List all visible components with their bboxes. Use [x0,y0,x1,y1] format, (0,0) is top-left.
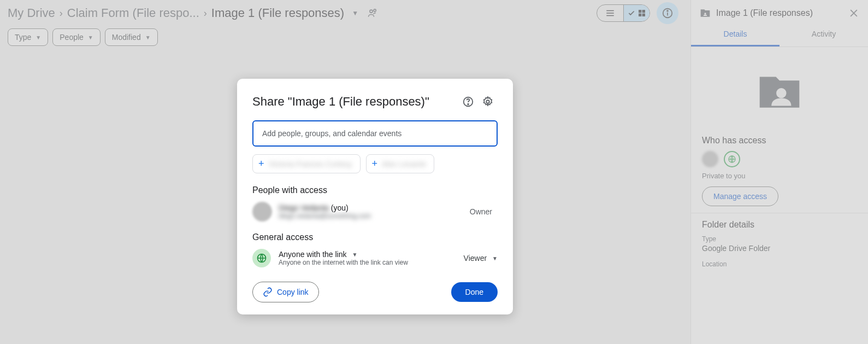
role-label: Viewer [464,254,487,263]
owner-info: Diego Vedanta (you) diego.vedanta@someth… [279,203,463,220]
general-access-sub: Anyone on the internet with the link can… [279,259,456,266]
general-access-info: Anyone with the link ▼ Anyone on the int… [279,250,456,266]
svg-point-19 [486,100,489,103]
general-access-dropdown[interactable]: Anyone with the link ▼ [279,250,456,259]
suggestion-name: Victoria Frances Cortesy [269,160,352,168]
people-with-access-heading: People with access [252,185,498,195]
done-button[interactable]: Done [451,282,498,302]
general-access-row: Anyone with the link ▼ Anyone on the int… [252,249,498,267]
suggestion-chips: + Victoria Frances Cortesy + Alex Levant… [252,154,498,173]
dialog-footer: Copy link Done [252,282,498,302]
add-people-input[interactable]: Add people, groups, and calendar events [252,120,498,147]
gear-icon[interactable] [478,92,498,112]
owner-you-suffix: (you) [329,203,349,212]
owner-email: diego.vedanta@something.com [279,212,463,220]
globe-icon [252,249,271,267]
copy-link-label: Copy link [277,288,309,296]
owner-name-blur: Diego Vedanta [279,203,329,212]
copy-link-button[interactable]: Copy link [252,282,319,302]
dialog-header: Share "Image 1 (File responses)" [252,92,498,112]
plus-icon: + [258,158,264,170]
share-dialog: Share "Image 1 (File responses)" Add peo… [237,79,513,314]
owner-avatar [252,202,272,221]
svg-point-18 [468,104,469,105]
help-icon[interactable] [458,92,478,112]
dialog-title: Share "Image 1 (File responses)" [252,95,458,109]
plus-icon: + [372,158,378,170]
suggestion-chip-1[interactable]: + Victoria Frances Cortesy [252,154,361,173]
role-dropdown[interactable]: Viewer ▼ [464,254,498,263]
owner-row: Diego Vedanta (you) diego.vedanta@someth… [252,202,498,221]
owner-name: Diego Vedanta (you) [279,203,463,212]
suggestion-chip-2[interactable]: + Alex Levante [366,154,434,173]
general-access-label: Anyone with the link [279,250,347,259]
suggestion-name: Alex Levante [382,160,426,168]
chevron-down-icon: ▼ [492,255,498,261]
chevron-down-icon: ▼ [352,252,358,258]
owner-role: Owner [470,207,492,216]
general-access-heading: General access [252,232,498,242]
link-icon [263,287,273,297]
